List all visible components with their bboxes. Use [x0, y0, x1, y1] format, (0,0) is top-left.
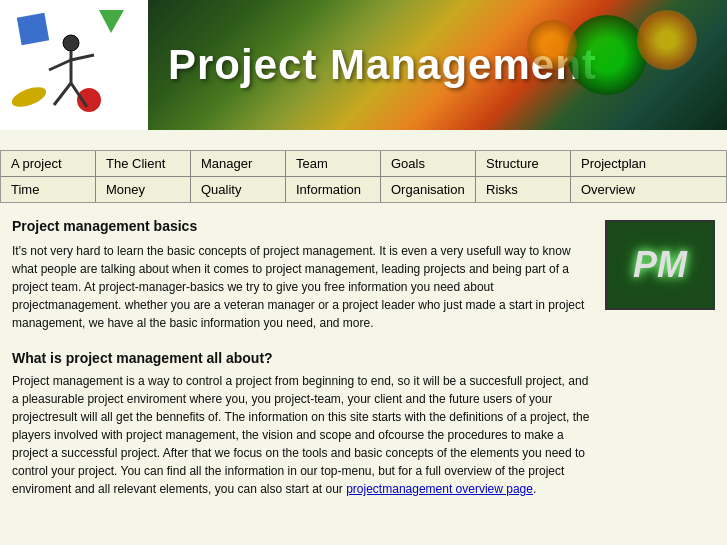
nav-projectplan[interactable]: Projectplan: [571, 151, 666, 176]
nav-money[interactable]: Money: [96, 177, 191, 202]
nav-the-client[interactable]: The Client: [96, 151, 191, 176]
header-background: Project Management: [148, 0, 727, 130]
section1-title: Project management basics: [12, 218, 590, 234]
section2-title: What is project management all about?: [12, 350, 590, 366]
nav-row-1: A project The Client Manager Team Goals …: [1, 151, 726, 177]
pm-logo-box: PM: [605, 220, 715, 506]
svg-point-4: [63, 35, 79, 51]
main-content-area: Project management basics It's not very …: [0, 203, 727, 521]
section1-para: It's not very hard to learn the basic co…: [12, 242, 590, 332]
navigation: A project The Client Manager Team Goals …: [0, 150, 727, 203]
section2-text: Project management is a way to control a…: [12, 374, 589, 496]
overview-link[interactable]: projectmanagement overview page: [346, 482, 533, 496]
svg-marker-1: [99, 10, 124, 33]
nav-manager[interactable]: Manager: [191, 151, 286, 176]
content-text-block: Project management basics It's not very …: [12, 218, 590, 506]
nav-a-project[interactable]: A project: [1, 151, 96, 176]
svg-line-6: [49, 60, 71, 70]
page-header: Project Management: [0, 0, 727, 130]
section2-suffix: .: [533, 482, 536, 496]
svg-point-2: [9, 83, 48, 110]
nav-structure[interactable]: Structure: [476, 151, 571, 176]
nav-overview[interactable]: Overview: [571, 177, 666, 202]
pm-logo-text: PM: [633, 244, 687, 286]
nav-quality[interactable]: Quality: [191, 177, 286, 202]
pm-logo: PM: [605, 220, 715, 310]
svg-line-7: [71, 55, 94, 60]
nav-information[interactable]: Information: [286, 177, 381, 202]
nav-goals[interactable]: Goals: [381, 151, 476, 176]
nav-organisation[interactable]: Organisation: [381, 177, 476, 202]
nav-risks[interactable]: Risks: [476, 177, 571, 202]
nav-time[interactable]: Time: [1, 177, 96, 202]
nav-row-2: Time Money Quality Information Organisat…: [1, 177, 726, 202]
logo-box: [0, 0, 148, 130]
section2-para: Project management is a way to control a…: [12, 372, 590, 498]
svg-line-8: [54, 83, 71, 105]
nav-team[interactable]: Team: [286, 151, 381, 176]
svg-rect-0: [17, 13, 49, 45]
